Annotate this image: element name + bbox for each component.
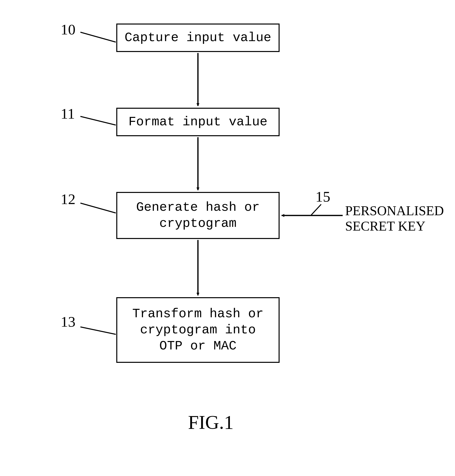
label-personalised-secret-key: PERSONALISED SECRET KEY: [345, 203, 444, 234]
box-format-input: Format input value: [116, 108, 280, 136]
box-format-input-text: Format input value: [128, 114, 267, 130]
leader-12: [80, 203, 116, 213]
leader-11: [80, 116, 116, 125]
leader-10: [80, 32, 116, 42]
ref-label-11: 11: [61, 105, 75, 122]
ref-label-13: 13: [61, 313, 75, 330]
figure-caption: FIG.1: [188, 411, 234, 433]
box-capture-input-text: Capture input value: [125, 30, 271, 46]
ref-label-15: 15: [315, 188, 330, 205]
ref-label-12: 12: [61, 191, 75, 208]
box-transform-hash: Transform hash or cryptogram into OTP or…: [116, 297, 280, 363]
leader-13: [80, 327, 116, 334]
ref-label-10: 10: [61, 21, 75, 38]
box-generate-hash: Generate hash or cryptogram: [116, 192, 280, 239]
box-transform-hash-text: Transform hash or cryptogram into OTP or…: [132, 306, 264, 354]
box-generate-hash-text: Generate hash or cryptogram: [136, 199, 260, 232]
box-capture-input: Capture input value: [116, 24, 280, 52]
leader-15: [311, 204, 321, 215]
